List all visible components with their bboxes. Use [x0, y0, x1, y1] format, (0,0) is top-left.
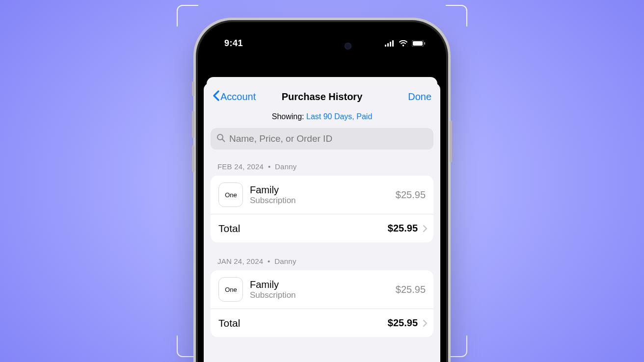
item-price: $25.95	[396, 189, 426, 201]
purchase-row[interactable]: One Family Subscription $25.95	[211, 176, 433, 214]
page-title: Purchase History	[282, 91, 363, 103]
total-price: $25.95	[388, 223, 418, 234]
volume-down-button	[192, 145, 194, 172]
power-button	[450, 121, 452, 162]
filter-row: Showing: Last 90 Days, Paid	[204, 110, 440, 128]
dynamic-island	[288, 37, 356, 55]
chevron-right-icon	[423, 319, 428, 327]
back-label: Account	[220, 91, 256, 103]
svg-rect-2	[390, 42, 391, 47]
item-name: Family	[250, 184, 389, 196]
total-label: Total	[218, 222, 383, 234]
group-date: JAN 24, 2024	[217, 257, 263, 265]
search-input[interactable]	[229, 133, 428, 144]
group-header: FEB 24, 2024 • Danny	[204, 156, 440, 176]
purchase-row[interactable]: One Family Subscription $25.95	[211, 270, 433, 309]
apple-one-icon: One	[218, 182, 243, 207]
svg-rect-1	[387, 43, 389, 47]
purchase-history-sheet: Account Purchase History Done Showing: L…	[204, 83, 440, 362]
filter-link[interactable]: Last 90 Days, Paid	[306, 112, 372, 121]
svg-rect-6	[424, 42, 425, 45]
item-subtitle: Subscription	[250, 290, 389, 300]
item-name: Family	[250, 279, 389, 290]
group-user: Danny	[275, 162, 296, 171]
nav-bar: Account Purchase History Done	[204, 83, 440, 110]
status-time: 9:41	[224, 38, 243, 49]
cellular-icon	[385, 40, 395, 47]
chevron-right-icon	[423, 225, 428, 233]
svg-line-8	[222, 139, 225, 142]
svg-rect-0	[385, 45, 386, 47]
svg-rect-3	[392, 40, 394, 47]
volume-up-button	[192, 111, 194, 138]
group-user: Danny	[274, 257, 296, 265]
iphone-frame: 9:41	[193, 18, 451, 362]
total-label: Total	[218, 317, 383, 329]
filter-prefix: Showing:	[272, 112, 306, 121]
purchase-card: One Family Subscription $25.95 Total $25…	[211, 176, 433, 242]
total-price: $25.95	[388, 317, 418, 329]
back-button[interactable]: Account	[213, 90, 256, 103]
search-bar[interactable]	[211, 128, 433, 150]
purchase-card: One Family Subscription $25.95 Total $25…	[211, 270, 433, 337]
done-button[interactable]: Done	[408, 91, 431, 103]
total-row[interactable]: Total $25.95	[211, 214, 433, 242]
total-row[interactable]: Total $25.95	[211, 309, 433, 337]
group-date: FEB 24, 2024	[217, 162, 264, 171]
mute-switch	[192, 81, 194, 96]
svg-rect-5	[413, 41, 423, 46]
chevron-left-icon	[213, 90, 219, 103]
battery-icon	[412, 40, 426, 47]
item-price: $25.95	[396, 284, 426, 295]
apple-one-icon: One	[218, 277, 243, 302]
crop-mark	[177, 5, 198, 26]
front-camera	[345, 43, 351, 50]
screen: 9:41	[204, 28, 440, 362]
search-icon	[216, 133, 225, 144]
crop-mark	[446, 5, 467, 26]
group-header: JAN 24, 2024 • Danny	[204, 251, 440, 270]
item-subtitle: Subscription	[250, 196, 389, 206]
wifi-icon	[399, 40, 408, 47]
